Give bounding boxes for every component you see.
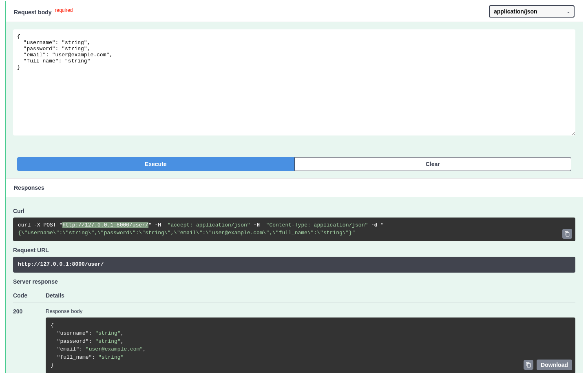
content-type-select[interactable]: application/json bbox=[489, 5, 575, 18]
curl-header-accept: "accept: application/json" bbox=[168, 222, 250, 228]
column-details: Details bbox=[46, 292, 575, 299]
response-row: 200 Response body { "username": "string"… bbox=[13, 302, 575, 373]
download-button[interactable]: Download bbox=[537, 360, 572, 370]
resp-email: "user@example.com" bbox=[86, 346, 143, 352]
request-body-title-wrap: Request body required bbox=[14, 7, 73, 16]
execute-button[interactable]: Execute bbox=[17, 157, 294, 171]
clipboard-icon bbox=[526, 362, 531, 368]
column-code: Code bbox=[13, 292, 46, 299]
curl-block: curl -X POST "http://127.0.0.1:8000/user… bbox=[13, 218, 575, 241]
action-buttons: Execute Clear bbox=[13, 153, 575, 171]
copy-response-button[interactable] bbox=[524, 360, 533, 370]
resp-password: "string" bbox=[95, 338, 120, 344]
clear-button[interactable]: Clear bbox=[294, 157, 572, 171]
content-type-select-wrap: application/json ⌄ bbox=[489, 5, 575, 18]
curl-url: http://127.0.0.1:8000/user/ bbox=[62, 222, 148, 228]
request-url-label: Request URL bbox=[13, 247, 575, 253]
curl-body-data: {\"username\":\"string\",\"password\":\"… bbox=[18, 230, 355, 236]
response-table-header: Code Details bbox=[13, 288, 575, 302]
curl-flag-d: -d bbox=[371, 222, 378, 228]
curl-label: Curl bbox=[13, 208, 575, 214]
request-body-header: Request body required application/json ⌄ bbox=[6, 1, 583, 22]
request-body-title: Request body bbox=[14, 9, 52, 16]
status-code: 200 bbox=[13, 308, 46, 373]
copy-curl-button[interactable] bbox=[562, 229, 572, 239]
curl-flag-h: -H bbox=[155, 222, 161, 228]
resp-username: "string" bbox=[95, 330, 120, 336]
responses-header: Responses bbox=[6, 178, 583, 197]
response-actions: Download bbox=[524, 360, 572, 370]
required-badge: required bbox=[53, 7, 73, 13]
response-body-label: Response body bbox=[46, 308, 575, 314]
responses-body: Curl curl -X POST "http://127.0.0.1:8000… bbox=[6, 197, 583, 373]
response-body-block: { "username": "string", "password": "str… bbox=[46, 317, 575, 373]
request-url-block: http://127.0.0.1:8000/user/ bbox=[13, 257, 575, 273]
request-body-section: Execute Clear bbox=[6, 22, 583, 178]
operation-panel: Request body required application/json ⌄… bbox=[5, 1, 583, 373]
server-response-label: Server response bbox=[13, 278, 575, 285]
request-url-value: http://127.0.0.1:8000/user/ bbox=[18, 261, 104, 267]
responses-title: Responses bbox=[14, 184, 575, 191]
resp-fullname: "string" bbox=[98, 354, 124, 360]
clipboard-icon bbox=[564, 231, 570, 237]
curl-command-prefix: curl -X POST bbox=[18, 222, 59, 228]
curl-flag-h2: -H bbox=[253, 222, 260, 228]
curl-header-ct: "Content-Type: application/json" bbox=[266, 222, 368, 228]
response-details: Response body { "username": "string", "p… bbox=[46, 308, 575, 373]
request-body-textarea[interactable] bbox=[13, 29, 575, 135]
